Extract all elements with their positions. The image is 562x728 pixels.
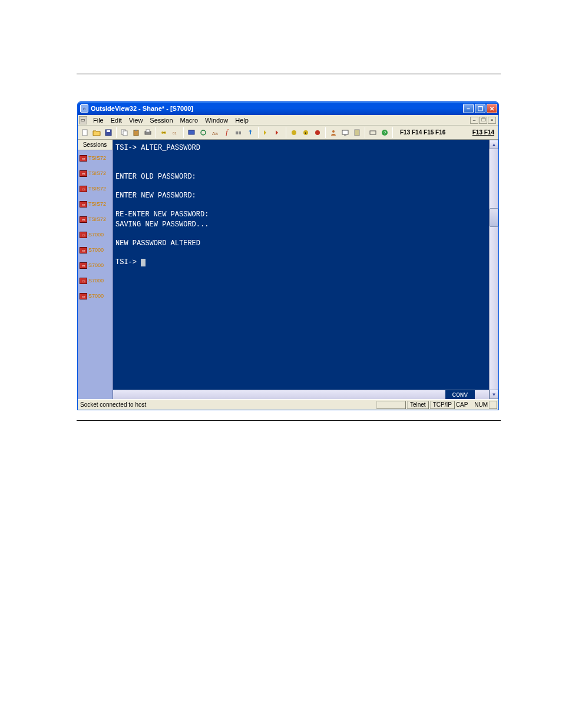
- menubar: ▭ File Edit View Session Macro Window He…: [78, 115, 498, 126]
- scroll-thumb[interactable]: [490, 208, 498, 227]
- titlebar[interactable]: ⌂ OutsideView32 - Shane* - [S7000] – ❐ ✕: [78, 102, 498, 115]
- macro-a-icon[interactable]: [289, 127, 299, 138]
- session-item[interactable]: ▭S7000: [78, 242, 113, 258]
- run-a-icon[interactable]: [261, 127, 272, 138]
- session-label: S7000: [88, 232, 104, 238]
- hscroll-track[interactable]: CONV: [113, 390, 489, 399]
- terminal-icon: ▭: [80, 216, 87, 223]
- mdi-minimize-button[interactable]: –: [470, 117, 478, 124]
- rect-icon[interactable]: [368, 127, 378, 138]
- svg-rect-25: [370, 131, 376, 134]
- font-icon[interactable]: Aa: [210, 127, 220, 138]
- screen-icon[interactable]: [186, 127, 197, 138]
- print-icon[interactable]: [143, 127, 153, 138]
- paste-icon[interactable]: [131, 127, 141, 138]
- terminal-icon: ▭: [80, 170, 87, 177]
- terminal-icon: ▭: [80, 247, 87, 253]
- menu-view[interactable]: View: [125, 116, 147, 124]
- svg-rect-23: [344, 134, 346, 136]
- status-grip[interactable]: [489, 401, 497, 409]
- session-item[interactable]: ▭TSIS72: [78, 212, 113, 227]
- session-label: S7000: [88, 278, 104, 284]
- session-label: TSIS72: [88, 170, 106, 176]
- fkeys-right-label[interactable]: F13 F14: [470, 129, 497, 136]
- settings-icon[interactable]: 01: [170, 127, 181, 138]
- menu-window[interactable]: Window: [201, 116, 232, 124]
- toolbar: 01 Aa f ● ? F13 F14 F15 F16 F13 F14: [78, 126, 498, 140]
- toolbar-separator: [325, 127, 326, 138]
- status-protocol: TCP/IP: [430, 401, 455, 409]
- document-icon[interactable]: ▭: [79, 116, 87, 124]
- session-item[interactable]: ▭S7000: [78, 288, 113, 304]
- toolbar-separator: [183, 127, 184, 138]
- mdi-restore-button[interactable]: ❐: [479, 117, 487, 124]
- minimize-button[interactable]: –: [463, 104, 474, 113]
- terminal-icon: ▭: [80, 201, 87, 207]
- session-label: TSIS72: [88, 201, 106, 207]
- macro-b-icon[interactable]: ●: [300, 127, 311, 138]
- upload-icon[interactable]: [245, 127, 256, 138]
- svg-rect-24: [355, 130, 359, 136]
- mdi-close-button[interactable]: ×: [488, 117, 496, 124]
- svg-text:Aa: Aa: [212, 131, 218, 136]
- terminal[interactable]: TSI-> ALTER_PASSWORD ENTER OLD PASSWORD:…: [113, 140, 489, 399]
- workspace: Sessions ▭TSIS72 ▭TSIS72 ▭TSIS72 ▭TSIS72…: [78, 140, 498, 399]
- terminal-icon: ▭: [80, 155, 87, 162]
- keys-icon[interactable]: [233, 127, 244, 138]
- svg-rect-15: [236, 131, 238, 134]
- session-item[interactable]: ▭TSIS72: [78, 166, 113, 181]
- terminal-container: TSI-> ALTER_PASSWORD ENTER OLD PASSWORD:…: [113, 140, 498, 399]
- scroll-down-button[interactable]: ▼: [490, 390, 498, 399]
- session-item[interactable]: ▭TSIS72: [78, 196, 113, 212]
- sessions-header[interactable]: Sessions: [78, 140, 113, 150]
- run-b-icon[interactable]: [273, 127, 283, 138]
- save-icon[interactable]: [103, 127, 114, 138]
- terminal-icon: ▭: [80, 232, 87, 238]
- scroll-up-button[interactable]: ▲: [490, 140, 498, 149]
- restore-button[interactable]: ❐: [475, 104, 485, 113]
- loop-icon[interactable]: [198, 127, 209, 138]
- status-connection: Telnet: [407, 401, 429, 409]
- session-label: S7000: [88, 247, 104, 253]
- open-icon[interactable]: [91, 127, 102, 138]
- session-item[interactable]: ▭S7000: [78, 227, 113, 242]
- page-rule-bottom: [77, 420, 501, 421]
- menu-macro[interactable]: Macro: [177, 116, 202, 124]
- scroll-track[interactable]: [490, 149, 498, 390]
- function-icon[interactable]: f: [222, 127, 232, 138]
- menu-help[interactable]: Help: [232, 116, 252, 124]
- vertical-scrollbar[interactable]: ▲ ▼: [489, 140, 498, 399]
- copy-icon[interactable]: [119, 127, 130, 138]
- terminal-icon: ▭: [80, 278, 87, 284]
- menu-edit[interactable]: Edit: [107, 116, 125, 124]
- close-button[interactable]: ✕: [487, 104, 497, 113]
- session-item[interactable]: ▭S7000: [78, 258, 113, 273]
- session-label: S7000: [88, 262, 104, 268]
- toolbar-separator: [365, 127, 365, 138]
- svg-text:?: ?: [384, 130, 386, 136]
- connect-icon[interactable]: [158, 127, 169, 138]
- macro-c-icon[interactable]: [312, 127, 323, 138]
- fkeys-left-label[interactable]: F13 F14 F15 F16: [398, 129, 448, 136]
- svg-point-17: [292, 130, 296, 135]
- menu-file[interactable]: File: [90, 116, 107, 124]
- svg-rect-8: [146, 130, 150, 132]
- svg-rect-5: [134, 130, 138, 136]
- session-label: TSIS72: [88, 186, 106, 192]
- svg-point-20: [315, 130, 320, 135]
- session-item[interactable]: ▭TSIS72: [78, 181, 113, 196]
- new-icon[interactable]: [80, 127, 90, 138]
- user-icon[interactable]: [328, 127, 339, 138]
- horizontal-scrollbar[interactable]: CONV: [113, 390, 489, 399]
- session-item[interactable]: ▭S7000: [78, 273, 113, 288]
- monitor-icon[interactable]: [340, 127, 351, 138]
- svg-rect-2: [107, 130, 110, 132]
- mode-label: CONV: [445, 390, 475, 399]
- help-icon[interactable]: ?: [379, 127, 390, 138]
- session-label: TSIS72: [88, 155, 106, 161]
- statusbar: Socket connected to host Telnet TCP/IP C…: [78, 399, 498, 410]
- cursor: [141, 259, 146, 266]
- menu-session[interactable]: Session: [146, 116, 176, 124]
- session-item[interactable]: ▭TSIS72: [78, 150, 113, 166]
- pc-icon[interactable]: [352, 127, 362, 138]
